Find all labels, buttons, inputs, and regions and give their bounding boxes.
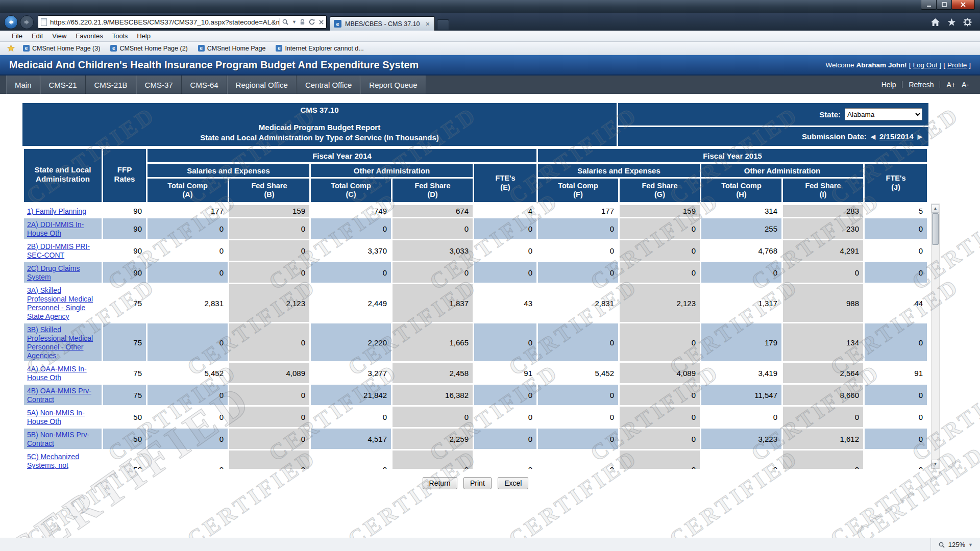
value-cell: 0: [620, 385, 700, 405]
browser-tab[interactable]: e MBES/CBES - CMS 37.10 ×: [330, 16, 435, 31]
menu-item-edit[interactable]: Edit: [27, 32, 47, 40]
back-button[interactable]: [4, 15, 18, 29]
value-cell: 0: [474, 323, 536, 361]
value-cell: 0: [620, 450, 700, 469]
value-cell: 0: [148, 385, 228, 405]
row-label-cell: 1) Family Planning: [24, 205, 102, 217]
column-header: Fed Share(I): [783, 179, 863, 202]
value-cell: 3,419: [701, 363, 781, 383]
scrollbar-thumb[interactable]: [932, 213, 939, 245]
row-label-link[interactable]: 2C) Drug Claims System: [27, 264, 80, 281]
scroll-up-button[interactable]: ▲: [932, 204, 939, 213]
font-decrease-link[interactable]: A-: [962, 81, 969, 89]
value-cell: 0: [783, 450, 863, 469]
zoom-control[interactable]: 125% ▼: [930, 538, 980, 551]
profile-link[interactable]: Profile: [947, 61, 967, 69]
scroll-down-button[interactable]: ▼: [932, 460, 939, 468]
value-cell: 0: [229, 240, 309, 261]
gear-icon[interactable]: [963, 18, 972, 27]
group-header-other-admin: Other Administration: [311, 164, 473, 177]
search-icon[interactable]: [282, 18, 289, 26]
refresh-icon[interactable]: [308, 18, 315, 26]
row-label-link[interactable]: 5A) Non-MMIS In-House Oth: [27, 409, 85, 425]
window-titlebar: [0, 0, 980, 13]
window-maximize-button[interactable]: [936, 0, 952, 10]
row-label-link[interactable]: 4A) OAA-MMIS In-House Oth: [27, 365, 87, 382]
address-bar[interactable]: https://65.220.21.9/MBESCBES/CMS37/CMS37…: [38, 15, 327, 29]
window-minimize-button[interactable]: [921, 0, 937, 10]
row-label-link[interactable]: 2A) DDI-MMIS In-House Oth: [27, 220, 84, 237]
url-text[interactable]: https://65.220.21.9/MBESCBES/CMS37/CMS37…: [50, 18, 279, 26]
zoom-level: 125%: [948, 541, 965, 548]
menu-item-file[interactable]: File: [7, 32, 27, 40]
refresh-link[interactable]: Refresh: [909, 81, 934, 89]
return-button[interactable]: Return: [423, 477, 457, 489]
value-cell: 0: [148, 218, 228, 239]
new-tab-button[interactable]: [437, 19, 449, 30]
menu-item-help[interactable]: Help: [132, 32, 155, 40]
print-button[interactable]: Print: [463, 477, 492, 489]
value-cell: 2,458: [393, 363, 473, 383]
address-dropdown-caret[interactable]: ▼: [292, 19, 297, 24]
value-cell: 674: [393, 205, 473, 217]
favorite-label: CMSnet Home Page: [207, 45, 266, 52]
row-label-link[interactable]: 2B) DDI-MMIS PRI-SEC-CONT: [27, 242, 90, 259]
value-cell: 5: [865, 205, 927, 217]
menu-item-favorites[interactable]: Favorites: [71, 32, 107, 40]
window-close-button[interactable]: [951, 0, 975, 10]
favorites-icon[interactable]: [947, 18, 956, 27]
value-cell: 0: [865, 407, 927, 427]
nav-cms-21b[interactable]: CMS-21B: [86, 76, 136, 94]
value-cell: 2,123: [620, 284, 700, 322]
value-cell: 2,564: [783, 363, 863, 383]
submission-date-prev-arrow[interactable]: ◀: [871, 133, 875, 140]
group-header-salaries: Salaries and Expenses: [148, 164, 309, 177]
menu-item-tools[interactable]: Tools: [108, 32, 132, 40]
row-label-link[interactable]: 1) Family Planning: [27, 207, 86, 215]
state-select[interactable]: Alabama: [845, 108, 922, 120]
excel-button[interactable]: Excel: [498, 477, 528, 489]
favorite-link[interactable]: eCMSnet Home Page: [194, 45, 270, 52]
value-cell: 177: [148, 205, 228, 217]
tab-close-button[interactable]: ×: [425, 20, 431, 28]
nav-report-queue[interactable]: Report Queue: [360, 76, 426, 94]
value-cell: 0: [393, 407, 473, 427]
value-cell: 0: [620, 240, 700, 261]
favorite-link[interactable]: eCMSnet Home Page (2): [106, 45, 191, 52]
value-cell: 8,660: [783, 385, 863, 405]
welcome-prefix: Welcome: [826, 61, 854, 69]
row-label-cell: 5C) Mechanized Systems, not Approved und…: [24, 450, 102, 469]
nav-cms-37[interactable]: CMS-37: [136, 76, 182, 94]
submission-date-next-arrow[interactable]: ▶: [918, 133, 922, 140]
favorite-link[interactable]: eInternet Explorer cannot d...: [272, 45, 368, 52]
value-cell: 0: [229, 429, 309, 449]
value-cell: 0: [620, 218, 700, 239]
nav-central-office[interactable]: Central Office: [297, 76, 360, 94]
forward-button[interactable]: [20, 15, 34, 29]
help-link[interactable]: Help: [881, 81, 896, 89]
logout-link[interactable]: Log Out: [913, 61, 937, 69]
row-label-link[interactable]: 5B) Non-MMIS Prv-Contract: [27, 431, 89, 447]
submission-date-link[interactable]: 2/15/2014: [879, 132, 914, 141]
table-scrollbar[interactable]: ▲ ▼: [931, 204, 940, 469]
nav-cms-64[interactable]: CMS-64: [182, 76, 227, 94]
home-icon[interactable]: [930, 18, 940, 27]
submission-date-row: Submission Date: ◀ 2/15/2014 ▶: [618, 127, 928, 146]
ffp-rates-header: FFP Rates: [103, 149, 146, 202]
favorites-star-icon[interactable]: [7, 44, 15, 52]
table-row: 1) Family Planning9017715974967441771593…: [24, 205, 927, 217]
value-cell: 159: [229, 205, 309, 217]
row-label-link[interactable]: 4B) OAA-MMIS Prv-Contract: [27, 387, 91, 404]
nav-regional-office[interactable]: Regional Office: [227, 76, 297, 94]
row-label-cell: 4B) OAA-MMIS Prv-Contract: [24, 385, 102, 405]
row-label-link[interactable]: 3B) Skilled Professional Medical Personn…: [27, 325, 93, 360]
favorite-link[interactable]: eCMSnet Home Page (3): [19, 45, 104, 52]
row-label-link[interactable]: 5C) Mechanized Systems, not Approved und…: [27, 453, 84, 469]
stop-icon[interactable]: [318, 19, 324, 25]
row-label-link[interactable]: 3A) Skilled Professional Medical Personn…: [27, 286, 93, 320]
bracket: ]: [969, 61, 971, 69]
menu-item-view[interactable]: View: [47, 32, 71, 40]
font-increase-link[interactable]: A+: [946, 81, 955, 89]
nav-main[interactable]: Main: [6, 76, 40, 94]
nav-cms-21[interactable]: CMS-21: [40, 76, 86, 94]
